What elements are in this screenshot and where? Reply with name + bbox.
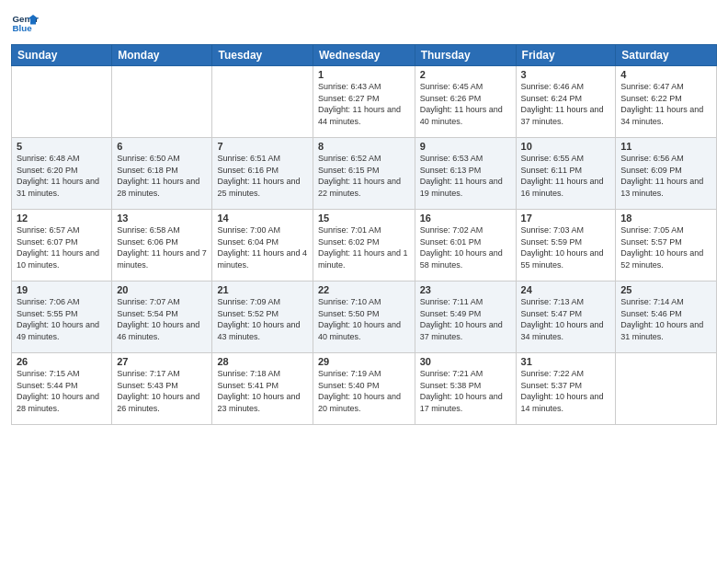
day-info: Sunrise: 6:45 AMSunset: 6:26 PMDaylight:… <box>420 81 511 127</box>
calendar-cell: 20Sunrise: 7:07 AMSunset: 5:54 PMDayligh… <box>112 282 212 353</box>
day-number: 10 <box>521 141 611 152</box>
day-number: 3 <box>521 69 611 80</box>
day-info: Sunrise: 7:02 AMSunset: 6:01 PMDaylight:… <box>420 224 511 270</box>
calendar-cell <box>212 66 313 138</box>
day-number: 28 <box>217 356 307 367</box>
day-info: Sunrise: 7:00 AMSunset: 6:04 PMDaylight:… <box>217 224 307 270</box>
day-number: 25 <box>620 284 711 295</box>
day-info: Sunrise: 7:10 AMSunset: 5:50 PMDaylight:… <box>318 296 410 342</box>
day-number: 21 <box>217 284 307 295</box>
day-info: Sunrise: 6:48 AMSunset: 6:20 PMDaylight:… <box>17 153 107 199</box>
calendar-cell: 4Sunrise: 6:47 AMSunset: 6:22 PMDaylight… <box>616 66 717 138</box>
day-number: 18 <box>620 213 711 224</box>
page-container: General Blue SundayMondayTuesdayWednesda… <box>0 0 728 563</box>
day-info: Sunrise: 7:22 AMSunset: 5:37 PMDaylight:… <box>521 368 611 414</box>
day-info: Sunrise: 7:01 AMSunset: 6:02 PMDaylight:… <box>318 224 410 270</box>
calendar-cell: 28Sunrise: 7:18 AMSunset: 5:41 PMDayligh… <box>212 353 313 425</box>
day-info: Sunrise: 7:19 AMSunset: 5:40 PMDaylight:… <box>318 368 410 414</box>
calendar-cell: 23Sunrise: 7:11 AMSunset: 5:49 PMDayligh… <box>415 282 516 353</box>
day-number: 4 <box>620 69 711 80</box>
calendar-cell: 1Sunrise: 6:43 AMSunset: 6:27 PMDaylight… <box>313 66 415 138</box>
calendar-cell: 7Sunrise: 6:51 AMSunset: 6:16 PMDaylight… <box>212 138 313 210</box>
day-number: 24 <box>521 284 611 295</box>
day-number: 1 <box>318 69 410 80</box>
calendar-cell: 29Sunrise: 7:19 AMSunset: 5:40 PMDayligh… <box>313 353 415 425</box>
day-info: Sunrise: 7:03 AMSunset: 5:59 PMDaylight:… <box>521 224 611 270</box>
day-info: Sunrise: 6:50 AMSunset: 6:18 PMDaylight:… <box>117 153 207 199</box>
calendar-cell: 19Sunrise: 7:06 AMSunset: 5:55 PMDayligh… <box>12 282 112 353</box>
calendar-cell: 10Sunrise: 6:55 AMSunset: 6:11 PMDayligh… <box>516 138 616 210</box>
week-row-1: 1Sunrise: 6:43 AMSunset: 6:27 PMDaylight… <box>12 66 717 138</box>
day-info: Sunrise: 7:11 AMSunset: 5:49 PMDaylight:… <box>420 296 511 342</box>
day-number: 17 <box>521 213 611 224</box>
day-info: Sunrise: 6:52 AMSunset: 6:15 PMDaylight:… <box>318 153 410 199</box>
day-number: 6 <box>117 141 207 152</box>
calendar: SundayMondayTuesdayWednesdayThursdayFrid… <box>11 44 717 425</box>
weekday-header-sunday: Sunday <box>12 45 112 66</box>
calendar-cell: 14Sunrise: 7:00 AMSunset: 6:04 PMDayligh… <box>212 210 313 282</box>
weekday-header-tuesday: Tuesday <box>212 45 313 66</box>
calendar-cell: 3Sunrise: 6:46 AMSunset: 6:24 PMDaylight… <box>516 66 616 138</box>
calendar-cell <box>12 66 112 138</box>
calendar-cell: 8Sunrise: 6:52 AMSunset: 6:15 PMDaylight… <box>313 138 415 210</box>
calendar-cell: 27Sunrise: 7:17 AMSunset: 5:43 PMDayligh… <box>112 353 212 425</box>
day-number: 26 <box>17 356 107 367</box>
logo-icon: General Blue <box>11 9 39 37</box>
day-info: Sunrise: 7:07 AMSunset: 5:54 PMDaylight:… <box>117 296 207 342</box>
calendar-cell <box>616 353 717 425</box>
day-info: Sunrise: 7:21 AMSunset: 5:38 PMDaylight:… <box>420 368 511 414</box>
calendar-cell: 25Sunrise: 7:14 AMSunset: 5:46 PMDayligh… <box>616 282 717 353</box>
day-number: 2 <box>420 69 511 80</box>
day-number: 9 <box>420 141 511 152</box>
day-info: Sunrise: 7:15 AMSunset: 5:44 PMDaylight:… <box>17 368 107 414</box>
week-row-5: 26Sunrise: 7:15 AMSunset: 5:44 PMDayligh… <box>12 353 717 425</box>
day-info: Sunrise: 6:47 AMSunset: 6:22 PMDaylight:… <box>620 81 711 127</box>
day-info: Sunrise: 7:17 AMSunset: 5:43 PMDaylight:… <box>117 368 207 414</box>
weekday-header-monday: Monday <box>112 45 212 66</box>
day-info: Sunrise: 6:46 AMSunset: 6:24 PMDaylight:… <box>521 81 611 127</box>
day-info: Sunrise: 7:06 AMSunset: 5:55 PMDaylight:… <box>17 296 107 342</box>
calendar-cell: 30Sunrise: 7:21 AMSunset: 5:38 PMDayligh… <box>415 353 516 425</box>
week-row-2: 5Sunrise: 6:48 AMSunset: 6:20 PMDaylight… <box>12 138 717 210</box>
week-row-4: 19Sunrise: 7:06 AMSunset: 5:55 PMDayligh… <box>12 282 717 353</box>
day-number: 20 <box>117 284 207 295</box>
calendar-cell: 22Sunrise: 7:10 AMSunset: 5:50 PMDayligh… <box>313 282 415 353</box>
day-number: 31 <box>521 356 611 367</box>
header: General Blue <box>11 9 717 37</box>
calendar-cell: 2Sunrise: 6:45 AMSunset: 6:26 PMDaylight… <box>415 66 516 138</box>
calendar-cell: 21Sunrise: 7:09 AMSunset: 5:52 PMDayligh… <box>212 282 313 353</box>
calendar-cell: 15Sunrise: 7:01 AMSunset: 6:02 PMDayligh… <box>313 210 415 282</box>
weekday-header-wednesday: Wednesday <box>313 45 415 66</box>
day-number: 22 <box>318 284 410 295</box>
day-number: 23 <box>420 284 511 295</box>
day-number: 16 <box>420 213 511 224</box>
day-number: 13 <box>117 213 207 224</box>
calendar-cell: 24Sunrise: 7:13 AMSunset: 5:47 PMDayligh… <box>516 282 616 353</box>
day-info: Sunrise: 6:55 AMSunset: 6:11 PMDaylight:… <box>521 153 611 199</box>
calendar-cell: 16Sunrise: 7:02 AMSunset: 6:01 PMDayligh… <box>415 210 516 282</box>
day-number: 8 <box>318 141 410 152</box>
day-info: Sunrise: 6:51 AMSunset: 6:16 PMDaylight:… <box>217 153 307 199</box>
calendar-cell: 31Sunrise: 7:22 AMSunset: 5:37 PMDayligh… <box>516 353 616 425</box>
day-number: 19 <box>17 284 107 295</box>
day-number: 30 <box>420 356 511 367</box>
day-info: Sunrise: 7:09 AMSunset: 5:52 PMDaylight:… <box>217 296 307 342</box>
calendar-cell: 13Sunrise: 6:58 AMSunset: 6:06 PMDayligh… <box>112 210 212 282</box>
day-info: Sunrise: 7:14 AMSunset: 5:46 PMDaylight:… <box>620 296 711 342</box>
calendar-cell: 12Sunrise: 6:57 AMSunset: 6:07 PMDayligh… <box>12 210 112 282</box>
day-info: Sunrise: 7:18 AMSunset: 5:41 PMDaylight:… <box>217 368 307 414</box>
calendar-cell: 26Sunrise: 7:15 AMSunset: 5:44 PMDayligh… <box>12 353 112 425</box>
calendar-cell: 6Sunrise: 6:50 AMSunset: 6:18 PMDaylight… <box>112 138 212 210</box>
calendar-cell: 17Sunrise: 7:03 AMSunset: 5:59 PMDayligh… <box>516 210 616 282</box>
day-number: 5 <box>17 141 107 152</box>
weekday-header-saturday: Saturday <box>616 45 717 66</box>
day-info: Sunrise: 6:57 AMSunset: 6:07 PMDaylight:… <box>17 224 107 270</box>
logo: General Blue <box>11 9 39 37</box>
day-number: 15 <box>318 213 410 224</box>
day-number: 11 <box>620 141 711 152</box>
weekday-header-row: SundayMondayTuesdayWednesdayThursdayFrid… <box>12 45 717 66</box>
svg-text:Blue: Blue <box>13 23 33 33</box>
weekday-header-thursday: Thursday <box>415 45 516 66</box>
day-info: Sunrise: 6:53 AMSunset: 6:13 PMDaylight:… <box>420 153 511 199</box>
calendar-cell: 5Sunrise: 6:48 AMSunset: 6:20 PMDaylight… <box>12 138 112 210</box>
